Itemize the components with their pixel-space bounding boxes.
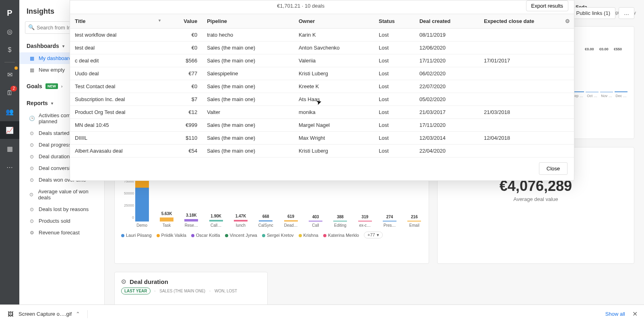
- table-header[interactable]: Pipeline: [202, 14, 294, 29]
- grid-icon: ▦: [29, 56, 35, 61]
- rail-target-icon[interactable]: ◎: [0, 23, 19, 40]
- table-header[interactable]: Owner: [294, 14, 374, 29]
- grid-icon: ▦: [29, 67, 35, 73]
- table-row[interactable]: test workflow deal€0trato hechoKarin KLo…: [70, 29, 574, 41]
- coin-icon: ⊙: [121, 278, 126, 285]
- file-icon: 🖼: [6, 310, 14, 318]
- chevron-right-icon: ›: [61, 84, 62, 89]
- icon-rail: P ◎ $ ✉ 🗓2 👥 📈 ▦ ⋯: [0, 0, 19, 323]
- table-header[interactable]: Title: [70, 14, 165, 29]
- table-row[interactable]: Product Org Test deal€12ValtermonikaLost…: [70, 106, 574, 119]
- chevron-up-icon[interactable]: ⌃: [76, 311, 80, 317]
- coin-icon: ⊙: [29, 130, 35, 136]
- app-logo[interactable]: P: [0, 4, 19, 22]
- table-header[interactable]: Expected close date⚙: [479, 14, 574, 29]
- table-row[interactable]: Uudo deal€77SalespipelineKristi LubergLo…: [70, 67, 574, 80]
- more-button[interactable]: …: [619, 7, 634, 19]
- coin-icon: ⊙: [29, 154, 35, 159]
- coin-icon: ⊙: [29, 142, 35, 148]
- download-filename: Screen Capture o….gif: [19, 311, 72, 317]
- new-badge: NEW: [45, 83, 58, 89]
- table-row[interactable]: MN deal 10:45€999Sales (the main one)Mar…: [70, 119, 574, 132]
- close-icon[interactable]: ✕: [632, 310, 638, 318]
- table-header[interactable]: Value: [165, 14, 202, 29]
- sidebar-item-report[interactable]: ⊙Average value of won deals: [19, 186, 104, 203]
- legend-more[interactable]: +77 ▾: [364, 232, 383, 238]
- table-row[interactable]: Test Contact deal€0Sales (the main one)K…: [70, 80, 574, 93]
- chevron-down-icon: ▾: [51, 101, 53, 106]
- deals-modal: €1,701.21 · 10 deals Export results Titl…: [70, 0, 574, 181]
- rail-box-icon[interactable]: ▦: [0, 140, 19, 157]
- show-all-link[interactable]: Show all: [605, 311, 625, 317]
- table-row[interactable]: c deal edit$566Sales (the main one)Valer…: [70, 54, 574, 67]
- coin-icon: ⊙: [29, 166, 35, 171]
- table-row[interactable]: Albert Aavasalu deal€54Sales (the main o…: [70, 145, 574, 157]
- clock-icon: 🕒: [29, 116, 35, 121]
- gear-icon: ⚙: [29, 230, 35, 236]
- chevron-down-icon: ▾: [62, 44, 64, 48]
- table-settings-icon[interactable]: ⚙: [565, 18, 570, 24]
- rail-mail-icon[interactable]: ✉: [0, 66, 19, 83]
- rail-calendar-icon[interactable]: 🗓2: [0, 84, 19, 102]
- deals-table: TitleValuePipelineOwnerStatusDeal create…: [70, 14, 574, 157]
- close-button[interactable]: Close: [539, 162, 568, 175]
- coin-icon: ⊙: [29, 207, 35, 212]
- rail-insights-icon[interactable]: 📈: [0, 121, 19, 139]
- coin-icon: ⊙: [29, 218, 35, 224]
- table-header[interactable]: Status: [374, 14, 415, 29]
- download-bar: 🖼 Screen Capture o….gif ⌃ Show all ✕: [0, 304, 644, 323]
- sidebar-item-report[interactable]: ⚙Revenue forecast: [19, 227, 104, 238]
- export-results-button[interactable]: Export results: [526, 0, 568, 11]
- modal-summary: €1,701.21 · 10 deals: [277, 3, 324, 9]
- avg-value-label: Average deal value: [444, 196, 627, 202]
- coin-icon: ⊙: [29, 177, 35, 183]
- search-icon: 🔍: [28, 24, 35, 30]
- rail-contacts-icon[interactable]: 👥: [0, 103, 19, 120]
- sidebar-item-report[interactable]: ⊙Deals lost by reasons: [19, 203, 104, 215]
- download-file-chip[interactable]: 🖼 Screen Capture o….gif ⌃: [6, 310, 88, 318]
- chevron-down-icon: ▾: [377, 232, 379, 238]
- table-row[interactable]: DIIIIL$110Sales (the main one)Max Wright…: [70, 132, 574, 145]
- rail-money-icon[interactable]: $: [0, 41, 19, 59]
- rail-divider: [4, 62, 15, 62]
- sidebar-item-report[interactable]: ⊙Products sold: [19, 215, 104, 227]
- rail-more-icon[interactable]: ⋯: [0, 158, 19, 176]
- table-header[interactable]: Deal created: [415, 14, 479, 29]
- coin-icon: ⊙: [29, 192, 34, 197]
- activities-legend: Lauri PiisangPriidik VaiklaOscar KoitlaV…: [121, 232, 422, 238]
- table-row[interactable]: test deal€0Sales (the main one)Anton Sav…: [70, 41, 574, 54]
